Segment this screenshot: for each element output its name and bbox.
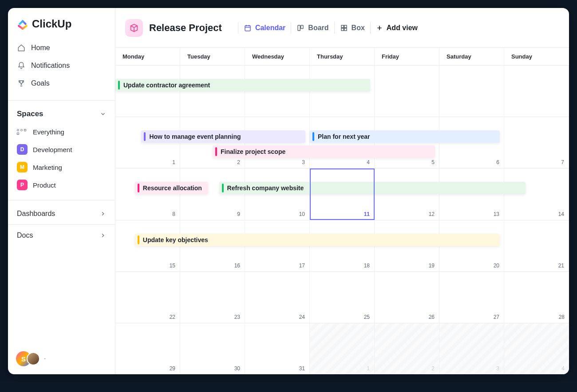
day-number: 3 [496, 365, 499, 372]
event-title: Refresh company website [227, 184, 304, 192]
day-header-cell: Friday [375, 48, 439, 65]
box-icon [129, 23, 139, 33]
day-number: 2 [431, 365, 435, 372]
separator [370, 22, 371, 34]
event-title: Resource allocation [143, 184, 202, 192]
calendar-cell[interactable]: 21 [504, 220, 569, 271]
chevron-right-icon [100, 211, 106, 217]
space-everything[interactable]: Everything [12, 123, 111, 141]
day-number: 9 [237, 211, 240, 217]
calendar-event[interactable]: Update contractor agreement [115, 79, 370, 91]
divider [8, 100, 115, 101]
space-marketing[interactable]: M Marketing [12, 158, 111, 176]
calendar-icon [244, 24, 252, 32]
day-number: 24 [299, 314, 305, 320]
caret-down-icon [43, 357, 47, 361]
calendar-cell[interactable]: 3 [439, 323, 504, 374]
board-icon [296, 24, 304, 32]
svg-rect-5 [341, 28, 344, 30]
calendar-cell[interactable]: 11 [310, 169, 375, 220]
topbar: Release Project Calendar Board Box [115, 8, 569, 48]
event-color-bar [222, 184, 224, 192]
calendar-cell[interactable]: 4 [504, 323, 569, 374]
calendar-cell[interactable]: 28 [504, 272, 569, 323]
calendar-cell[interactable]: 22 [115, 272, 180, 323]
day-number: 26 [429, 314, 435, 320]
day-header-cell: Tuesday [180, 48, 245, 65]
calendar-cell[interactable] [439, 66, 504, 117]
bell-icon [17, 61, 26, 70]
view-label: Board [308, 24, 328, 32]
nav-label: Home [31, 44, 50, 52]
calendar-cell[interactable] [504, 66, 569, 117]
calendar-week: 15161718192021Update key objectives [115, 220, 569, 272]
day-number: 17 [299, 263, 305, 269]
calendar-cell[interactable]: 23 [180, 272, 245, 323]
day-number: 25 [364, 314, 370, 320]
calendar-cell[interactable]: 7 [504, 117, 569, 168]
separator [238, 22, 238, 34]
space-label: Product [33, 181, 56, 189]
separator [334, 22, 335, 34]
project-icon [125, 19, 143, 37]
calendar-week: 891011121314Resource allocationRefresh c… [115, 169, 569, 220]
nav-goals[interactable]: Goals [12, 74, 111, 92]
calendar-event[interactable]: Update key objectives [135, 234, 500, 246]
calendar-week: Update contractor agreement [115, 66, 569, 117]
calendar-cell[interactable]: 1 [310, 323, 375, 374]
plus-icon [376, 24, 383, 31]
project-title: Release Project [149, 22, 222, 34]
nav-docs[interactable]: Docs [8, 224, 115, 246]
calendar-event[interactable]: Finalize project scope [213, 145, 435, 158]
main: Release Project Calendar Board Box [115, 8, 569, 374]
nav-dashboards[interactable]: Dashboards [8, 203, 115, 224]
view-tabs: Calendar Board Box Add view [233, 22, 418, 34]
space-product[interactable]: P Product [12, 176, 111, 194]
logo-icon [17, 18, 28, 30]
nav-notifications[interactable]: Notifications [12, 57, 111, 74]
calendar-cell[interactable]: 27 [439, 272, 504, 323]
day-header-cell: Sunday [504, 48, 569, 65]
calendar-cell[interactable]: 31 [245, 323, 310, 374]
calendar-cell[interactable]: 29 [115, 323, 180, 374]
everything-icon [17, 127, 28, 136]
space-chip: D [17, 144, 28, 155]
space-development[interactable]: D Development [12, 141, 111, 158]
view-calendar[interactable]: Calendar [244, 24, 285, 32]
calendar-week: 22232425262728 [115, 272, 569, 323]
nav-home[interactable]: Home [12, 39, 111, 57]
calendar-cell[interactable]: 25 [310, 272, 375, 323]
nav-label: Notifications [31, 62, 70, 70]
view-board[interactable]: Board [296, 24, 328, 32]
day-number: 13 [494, 211, 499, 217]
day-number: 11 [364, 211, 370, 217]
calendar-week: 2930311234 [115, 323, 569, 374]
day-number: 1 [172, 159, 175, 165]
calendar-cell[interactable]: 24 [245, 272, 310, 323]
calendar-cell[interactable]: 30 [180, 323, 245, 374]
calendar-cell[interactable]: 26 [375, 272, 439, 323]
add-view-button[interactable]: Add view [376, 24, 418, 32]
day-number: 1 [367, 365, 370, 372]
trophy-icon [17, 79, 26, 88]
calendar-event[interactable]: Plan for next year [310, 130, 500, 143]
space-list: Everything D Development M Marketing P P… [8, 123, 115, 197]
calendar-event[interactable]: How to manage event planning [141, 130, 305, 143]
brand[interactable]: ClickUp [8, 8, 115, 37]
day-number: 29 [170, 365, 175, 372]
day-header-cell: Wednesday [245, 48, 310, 65]
view-box[interactable]: Box [340, 24, 365, 32]
calendar-event[interactable]: Resource allocation [135, 182, 208, 194]
day-number: 30 [234, 365, 240, 372]
view-label: Calendar [255, 24, 285, 32]
calendar-cell[interactable]: 2 [375, 323, 439, 374]
user-menu[interactable]: S [8, 345, 115, 374]
day-number: 22 [170, 314, 175, 320]
day-header-cell: Thursday [310, 48, 375, 65]
day-number: 21 [558, 263, 564, 269]
spaces-header[interactable]: Spaces [8, 103, 115, 123]
svg-rect-6 [344, 28, 346, 30]
calendar-cell[interactable] [375, 66, 439, 117]
svg-rect-4 [344, 25, 346, 27]
separator [291, 22, 291, 34]
